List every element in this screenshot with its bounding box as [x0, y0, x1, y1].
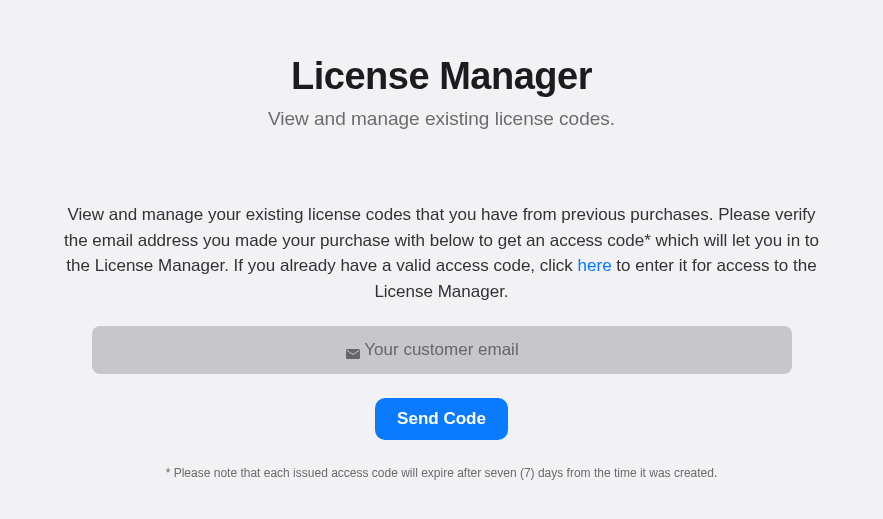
email-input-wrapper — [92, 326, 792, 374]
footnote-text: * Please note that each issued access co… — [52, 466, 832, 480]
send-code-button[interactable]: Send Code — [375, 398, 508, 440]
main-container: License Manager View and manage existing… — [32, 55, 852, 480]
access-code-link[interactable]: here — [578, 256, 612, 275]
description-text: View and manage your existing license co… — [62, 202, 822, 304]
page-subtitle: View and manage existing license codes. — [52, 108, 832, 130]
page-title: License Manager — [52, 55, 832, 98]
email-field[interactable] — [92, 326, 792, 374]
